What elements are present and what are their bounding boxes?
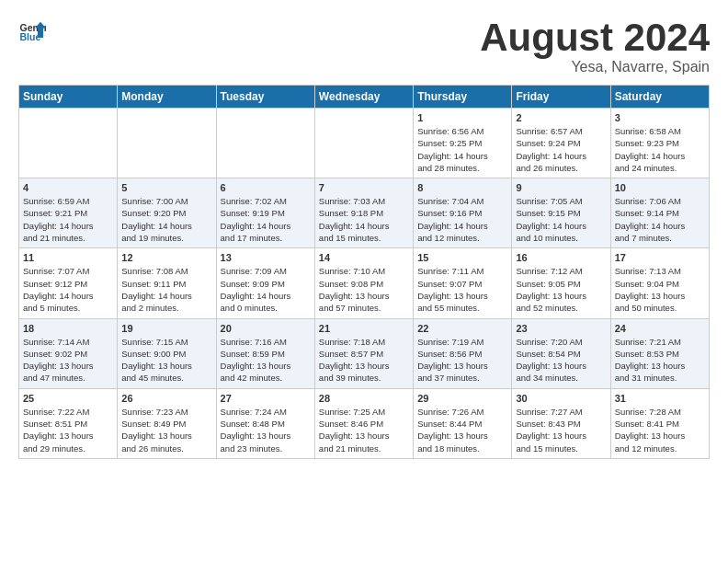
page-header: General Blue August 2024 Yesa, Navarre, … <box>18 18 710 75</box>
table-row: 27Sunrise: 7:24 AM Sunset: 8:48 PM Dayli… <box>216 388 314 458</box>
table-row: 20Sunrise: 7:16 AM Sunset: 8:59 PM Dayli… <box>216 318 314 388</box>
day-number: 20 <box>221 323 311 334</box>
day-info: Sunrise: 7:20 AM Sunset: 8:54 PM Dayligh… <box>516 336 606 385</box>
day-info: Sunrise: 7:11 AM Sunset: 9:07 PM Dayligh… <box>417 265 507 314</box>
calendar-week-row: 4Sunrise: 6:59 AM Sunset: 9:21 PM Daylig… <box>19 178 710 248</box>
day-info: Sunrise: 7:03 AM Sunset: 9:18 PM Dayligh… <box>319 195 409 244</box>
day-number: 3 <box>615 112 705 123</box>
table-row: 2Sunrise: 6:57 AM Sunset: 9:24 PM Daylig… <box>512 109 610 178</box>
day-info: Sunrise: 7:09 AM Sunset: 9:09 PM Dayligh… <box>221 265 311 314</box>
day-info: Sunrise: 6:57 AM Sunset: 9:24 PM Dayligh… <box>516 125 606 174</box>
table-row: 29Sunrise: 7:26 AM Sunset: 8:44 PM Dayli… <box>414 388 512 458</box>
calendar-week-row: 1Sunrise: 6:56 AM Sunset: 9:25 PM Daylig… <box>19 109 710 178</box>
day-info: Sunrise: 7:15 AM Sunset: 9:00 PM Dayligh… <box>121 336 211 385</box>
day-number: 24 <box>615 323 705 334</box>
title-area: August 2024 Yesa, Navarre, Spain <box>480 18 710 75</box>
table-row: 26Sunrise: 7:23 AM Sunset: 8:49 PM Dayli… <box>118 388 216 458</box>
day-info: Sunrise: 7:24 AM Sunset: 8:48 PM Dayligh… <box>221 406 311 454</box>
svg-text:Blue: Blue <box>20 31 41 42</box>
table-row: 13Sunrise: 7:09 AM Sunset: 9:09 PM Dayli… <box>216 248 314 318</box>
day-info: Sunrise: 7:22 AM Sunset: 8:51 PM Dayligh… <box>23 406 113 454</box>
table-row: 6Sunrise: 7:02 AM Sunset: 9:19 PM Daylig… <box>216 178 314 248</box>
day-number: 14 <box>319 252 409 263</box>
table-row: 21Sunrise: 7:18 AM Sunset: 8:57 PM Dayli… <box>314 318 413 388</box>
table-row: 11Sunrise: 7:07 AM Sunset: 9:12 PM Dayli… <box>19 248 118 318</box>
table-row: 23Sunrise: 7:20 AM Sunset: 8:54 PM Dayli… <box>512 318 610 388</box>
header-thursday: Thursday <box>414 86 512 109</box>
day-info: Sunrise: 7:02 AM Sunset: 9:19 PM Dayligh… <box>221 195 311 244</box>
day-number: 11 <box>23 252 113 263</box>
table-row: 28Sunrise: 7:25 AM Sunset: 8:46 PM Dayli… <box>314 388 413 458</box>
day-info: Sunrise: 7:06 AM Sunset: 9:14 PM Dayligh… <box>615 195 705 244</box>
day-info: Sunrise: 6:56 AM Sunset: 9:25 PM Dayligh… <box>417 125 507 174</box>
table-row: 4Sunrise: 6:59 AM Sunset: 9:21 PM Daylig… <box>19 178 118 248</box>
table-row: 30Sunrise: 7:27 AM Sunset: 8:43 PM Dayli… <box>512 388 610 458</box>
logo: General Blue <box>18 18 46 46</box>
month-title: August 2024 <box>480 18 710 57</box>
day-number: 17 <box>615 252 705 263</box>
day-info: Sunrise: 7:00 AM Sunset: 9:20 PM Dayligh… <box>121 195 211 244</box>
table-row: 22Sunrise: 7:19 AM Sunset: 8:56 PM Dayli… <box>414 318 512 388</box>
table-row: 5Sunrise: 7:00 AM Sunset: 9:20 PM Daylig… <box>118 178 216 248</box>
table-row: 19Sunrise: 7:15 AM Sunset: 9:00 PM Dayli… <box>118 318 216 388</box>
header-friday: Friday <box>512 86 610 109</box>
day-number: 29 <box>417 393 507 404</box>
calendar-table: Sunday Monday Tuesday Wednesday Thursday… <box>18 85 710 459</box>
day-info: Sunrise: 7:13 AM Sunset: 9:04 PM Dayligh… <box>615 265 705 314</box>
day-number: 22 <box>417 323 507 334</box>
day-info: Sunrise: 7:26 AM Sunset: 8:44 PM Dayligh… <box>417 406 507 454</box>
day-info: Sunrise: 7:10 AM Sunset: 9:08 PM Dayligh… <box>319 265 409 314</box>
day-info: Sunrise: 7:23 AM Sunset: 8:49 PM Dayligh… <box>121 406 211 454</box>
header-monday: Monday <box>118 86 216 109</box>
day-info: Sunrise: 7:27 AM Sunset: 8:43 PM Dayligh… <box>516 406 606 454</box>
day-info: Sunrise: 7:04 AM Sunset: 9:16 PM Dayligh… <box>417 195 507 244</box>
day-number: 12 <box>121 252 211 263</box>
day-number: 31 <box>615 393 705 404</box>
day-number: 8 <box>417 182 507 193</box>
table-row: 1Sunrise: 6:56 AM Sunset: 9:25 PM Daylig… <box>414 109 512 178</box>
day-number: 25 <box>23 393 113 404</box>
day-number: 2 <box>516 112 606 123</box>
day-number: 1 <box>417 112 507 123</box>
day-info: Sunrise: 7:21 AM Sunset: 8:53 PM Dayligh… <box>615 336 705 385</box>
day-number: 30 <box>516 393 606 404</box>
table-row <box>314 109 413 178</box>
day-number: 19 <box>121 323 211 334</box>
day-number: 28 <box>319 393 409 404</box>
day-number: 27 <box>221 393 311 404</box>
day-info: Sunrise: 7:14 AM Sunset: 9:02 PM Dayligh… <box>23 336 113 385</box>
table-row <box>216 109 314 178</box>
day-number: 4 <box>23 182 113 193</box>
day-number: 26 <box>121 393 211 404</box>
day-info: Sunrise: 7:18 AM Sunset: 8:57 PM Dayligh… <box>319 336 409 385</box>
table-row: 18Sunrise: 7:14 AM Sunset: 9:02 PM Dayli… <box>19 318 118 388</box>
day-number: 23 <box>516 323 606 334</box>
day-info: Sunrise: 7:05 AM Sunset: 9:15 PM Dayligh… <box>516 195 606 244</box>
day-number: 16 <box>516 252 606 263</box>
day-number: 7 <box>319 182 409 193</box>
day-info: Sunrise: 6:59 AM Sunset: 9:21 PM Dayligh… <box>23 195 113 244</box>
table-row: 17Sunrise: 7:13 AM Sunset: 9:04 PM Dayli… <box>610 248 709 318</box>
header-sunday: Sunday <box>19 86 118 109</box>
table-row: 8Sunrise: 7:04 AM Sunset: 9:16 PM Daylig… <box>414 178 512 248</box>
day-number: 6 <box>221 182 311 193</box>
day-info: Sunrise: 7:25 AM Sunset: 8:46 PM Dayligh… <box>319 406 409 454</box>
day-number: 21 <box>319 323 409 334</box>
calendar-week-row: 18Sunrise: 7:14 AM Sunset: 9:02 PM Dayli… <box>19 318 710 388</box>
table-row: 24Sunrise: 7:21 AM Sunset: 8:53 PM Dayli… <box>610 318 709 388</box>
day-number: 13 <box>221 252 311 263</box>
day-info: Sunrise: 7:19 AM Sunset: 8:56 PM Dayligh… <box>417 336 507 385</box>
calendar-week-row: 11Sunrise: 7:07 AM Sunset: 9:12 PM Dayli… <box>19 248 710 318</box>
day-info: Sunrise: 7:07 AM Sunset: 9:12 PM Dayligh… <box>23 265 113 314</box>
day-info: Sunrise: 7:08 AM Sunset: 9:11 PM Dayligh… <box>121 265 211 314</box>
calendar-week-row: 25Sunrise: 7:22 AM Sunset: 8:51 PM Dayli… <box>19 388 710 458</box>
table-row: 31Sunrise: 7:28 AM Sunset: 8:41 PM Dayli… <box>610 388 709 458</box>
table-row <box>118 109 216 178</box>
table-row: 14Sunrise: 7:10 AM Sunset: 9:08 PM Dayli… <box>314 248 413 318</box>
location: Yesa, Navarre, Spain <box>480 59 710 75</box>
header-tuesday: Tuesday <box>216 86 314 109</box>
day-info: Sunrise: 7:16 AM Sunset: 8:59 PM Dayligh… <box>221 336 311 385</box>
day-number: 9 <box>516 182 606 193</box>
day-number: 10 <box>615 182 705 193</box>
day-info: Sunrise: 7:28 AM Sunset: 8:41 PM Dayligh… <box>615 406 705 454</box>
